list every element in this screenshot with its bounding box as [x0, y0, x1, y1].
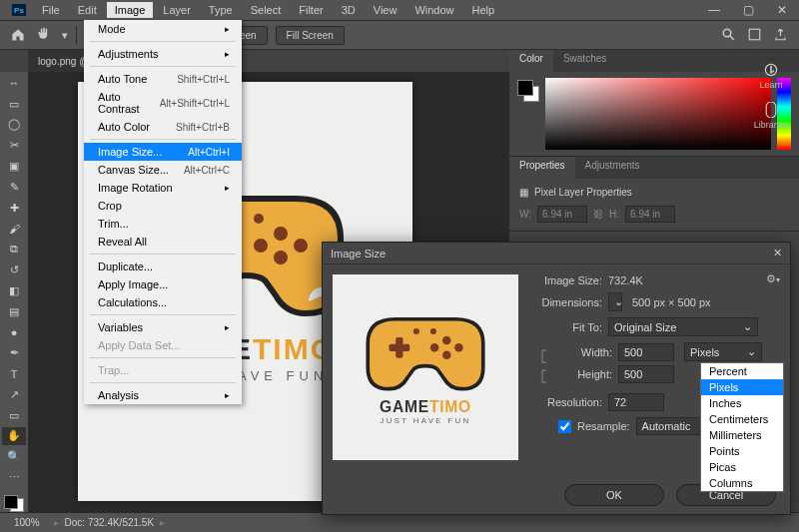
shape-tool-icon[interactable]: ▭	[2, 406, 26, 425]
menu-item-trim-[interactable]: Trim...	[84, 215, 242, 233]
stamp-tool-icon[interactable]: ⧉	[2, 240, 26, 259]
menubar: Ps File Edit Image Layer Type Select Fil…	[0, 0, 799, 20]
gradient-tool-icon[interactable]: ▤	[2, 302, 26, 321]
brush-tool-icon[interactable]: 🖌	[2, 220, 26, 239]
menu-file[interactable]: File	[34, 2, 68, 18]
minimize-button[interactable]: —	[697, 0, 731, 20]
dimensions-unit-dropdown[interactable]: ⌄	[608, 292, 622, 311]
lasso-tool-icon[interactable]: ◯	[2, 116, 26, 135]
share-icon[interactable]	[773, 27, 789, 43]
svg-point-23	[413, 328, 419, 334]
hand-tool-icon[interactable]: ✋	[2, 427, 26, 446]
learn-panel-tab[interactable]: Learn	[745, 56, 797, 96]
menu-type[interactable]: Type	[201, 2, 241, 18]
menu-item-calculations-[interactable]: Calculations...	[84, 293, 242, 311]
menu-item-image-size-[interactable]: Image Size...Alt+Ctrl+I	[84, 143, 242, 161]
crop-tool-icon[interactable]: ✂	[2, 136, 26, 155]
eraser-tool-icon[interactable]: ◧	[2, 281, 26, 300]
menu-filter[interactable]: Filter	[291, 2, 331, 18]
maximize-button[interactable]: ▢	[731, 0, 765, 20]
marquee-tool-icon[interactable]: ▭	[2, 95, 26, 114]
type-tool-icon[interactable]: T	[2, 364, 26, 383]
search-icon[interactable]	[721, 27, 737, 43]
menu-item-auto-color[interactable]: Auto ColorShift+Ctrl+B	[84, 118, 242, 136]
dialog-close-icon[interactable]: ✕	[773, 247, 782, 260]
quick-share-icon[interactable]	[747, 27, 763, 43]
unit-option-points[interactable]: Points	[701, 443, 783, 459]
unit-option-inches[interactable]: Inches	[701, 395, 783, 411]
width-label: W:	[519, 209, 531, 220]
menu-edit[interactable]: Edit	[70, 2, 105, 18]
close-window-button[interactable]: ✕	[765, 0, 799, 20]
menu-item-auto-contrast[interactable]: Auto ContrastAlt+Shift+Ctrl+L	[84, 88, 242, 118]
link-dimensions-icon[interactable]: ⛓	[593, 209, 603, 220]
healing-tool-icon[interactable]: ✚	[2, 199, 26, 218]
menu-item-reveal-all[interactable]: Reveal All	[84, 233, 242, 251]
tab-swatches[interactable]: Swatches	[553, 50, 616, 72]
pen-tool-icon[interactable]: ✒	[2, 343, 26, 362]
menu-select[interactable]: Select	[243, 2, 290, 18]
height-input[interactable]	[618, 365, 674, 383]
svg-rect-18	[396, 337, 402, 358]
unit-option-picas[interactable]: Picas	[701, 459, 783, 475]
foreground-background-picker[interactable]	[517, 80, 539, 102]
unit-option-millimeters[interactable]: Millimeters	[701, 427, 783, 443]
unit-option-pixels[interactable]: Pixels	[701, 379, 783, 395]
menu-3d[interactable]: 3D	[334, 2, 364, 18]
height-field[interactable]	[625, 206, 675, 223]
menu-item-image-rotation[interactable]: Image Rotation	[84, 179, 242, 197]
unit-option-columns[interactable]: Columns	[701, 475, 783, 491]
width-label: Width:	[558, 346, 612, 358]
dialog-preview[interactable]: GAMETIMO JUST HAVE FUN	[333, 274, 518, 460]
menu-item-canvas-size-[interactable]: Canvas Size...Alt+Ctrl+C	[84, 161, 242, 179]
move-tool-icon[interactable]: ↔	[2, 74, 26, 93]
link-width-height-icon[interactable]	[538, 346, 550, 386]
menu-item-variables[interactable]: Variables	[84, 318, 242, 336]
eyedropper-tool-icon[interactable]: ✎	[2, 178, 26, 197]
width-unit-dropdown[interactable]: Pixels⌄	[684, 342, 762, 361]
tab-adjustments[interactable]: Adjustments	[575, 157, 650, 179]
tab-color[interactable]: Color	[509, 50, 553, 72]
tab-properties[interactable]: Properties	[509, 157, 575, 179]
menu-layer[interactable]: Layer	[155, 2, 199, 18]
blur-tool-icon[interactable]: ●	[2, 323, 26, 342]
resample-checkbox[interactable]	[558, 420, 571, 433]
svg-point-6	[274, 251, 288, 265]
menu-help[interactable]: Help	[464, 2, 503, 18]
libraries-panel-tab[interactable]: Libraries	[745, 96, 797, 136]
unit-option-percent[interactable]: Percent	[701, 363, 783, 379]
menu-item-auto-tone[interactable]: Auto ToneShift+Ctrl+L	[84, 70, 242, 88]
hand-tool-icon[interactable]	[36, 26, 54, 44]
zoom-tool-icon[interactable]: 🔍	[2, 447, 26, 466]
menu-view[interactable]: View	[366, 2, 405, 18]
menu-window[interactable]: Window	[406, 2, 461, 18]
color-swatches[interactable]	[4, 495, 24, 512]
ok-button[interactable]: OK	[564, 484, 664, 506]
resolution-input[interactable]	[608, 393, 664, 411]
unit-option-centimeters[interactable]: Centimeters	[701, 411, 783, 427]
color-field[interactable]	[545, 78, 771, 150]
menu-item-duplicate-[interactable]: Duplicate...	[84, 258, 242, 275]
app-logo: Ps	[12, 4, 26, 16]
home-icon[interactable]	[10, 27, 28, 43]
doc-info[interactable]: Doc: 732.4K/521.5K	[59, 517, 161, 528]
svg-point-24	[430, 328, 436, 334]
dialog-titlebar[interactable]: Image Size ✕	[323, 243, 790, 265]
fit-to-dropdown[interactable]: Original Size⌄	[608, 317, 758, 336]
fill-screen-button[interactable]: Fill Screen	[277, 27, 344, 44]
menu-item-apply-image-[interactable]: Apply Image...	[84, 275, 242, 293]
menu-item-mode[interactable]: Mode	[84, 20, 242, 38]
svg-point-0	[723, 29, 731, 37]
edit-toolbar-icon[interactable]: ⋯	[2, 468, 26, 487]
width-input[interactable]	[618, 343, 674, 361]
dialog-settings-icon[interactable]: ⚙▾	[766, 272, 780, 285]
menu-item-crop[interactable]: Crop	[84, 197, 242, 215]
menu-item-analysis[interactable]: Analysis	[84, 386, 242, 404]
menu-item-adjustments[interactable]: Adjustments	[84, 45, 242, 63]
menu-image[interactable]: Image	[107, 2, 154, 18]
history-brush-tool-icon[interactable]: ↺	[2, 261, 26, 279]
width-field[interactable]	[537, 206, 587, 223]
zoom-level[interactable]: 100%	[0, 517, 54, 528]
path-tool-icon[interactable]: ↗	[2, 385, 26, 404]
frame-tool-icon[interactable]: ▣	[2, 157, 26, 176]
